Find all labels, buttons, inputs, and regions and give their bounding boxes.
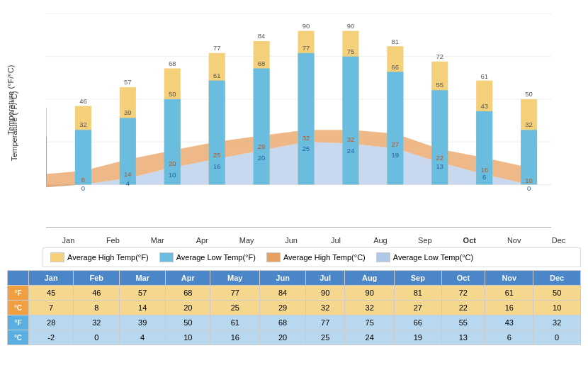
svg-text:0: 0 [527, 185, 531, 191]
svg-text:16: 16 [480, 167, 488, 174]
table-header-oct: Oct [441, 271, 485, 286]
cell-aug-highF: 90 [345, 286, 395, 301]
bar-dec-lowF [521, 130, 537, 184]
cell-feb-highC: 8 [74, 301, 120, 315]
bar-oct-lowF [431, 90, 448, 184]
svg-text:20: 20 [169, 160, 176, 167]
cell-mar-lowC: 4 [120, 330, 166, 345]
table-header-feb: Feb [74, 271, 120, 286]
legend-item-lowC: Average Low Temp(°C) [376, 252, 473, 262]
x-label-sep: Sep [402, 236, 447, 245]
table-header-nov: Nov [485, 271, 533, 286]
svg-text:10: 10 [525, 178, 533, 184]
bar-jan-lowF [46, 137, 47, 184]
svg-text:22: 22 [436, 155, 444, 162]
x-label-apr: Apr [180, 236, 225, 245]
legend-color-lowF [159, 252, 174, 262]
legend-item-highF: Average High Temp(°F) [50, 252, 149, 262]
svg-text:77: 77 [213, 45, 221, 52]
svg-wrapper: 45 46 57 68 77 84 90 90 81 72 61 50 28 3… [46, 7, 581, 245]
cell-oct-highC: 22 [441, 301, 485, 315]
bar-jun-lowF [254, 69, 270, 185]
x-label-nov: Nov [492, 236, 536, 245]
svg-text:19: 19 [392, 152, 400, 158]
cell-may-highF: 77 [210, 286, 260, 301]
table-header-jun: Jun [260, 271, 306, 286]
svg-text:50: 50 [169, 91, 176, 98]
x-label-feb: Feb [91, 236, 135, 245]
legend-label-lowC: Average Low Temp(°C) [393, 253, 473, 262]
svg-text:13: 13 [436, 163, 444, 169]
table-header-sep: Sep [395, 271, 442, 286]
x-label-may: May [225, 236, 269, 245]
cell-jul-highC: 32 [306, 301, 345, 315]
cell-sep-highF: 81 [395, 286, 442, 301]
x-label-jun: Jun [269, 236, 314, 245]
cell-may-lowC: 16 [210, 330, 260, 345]
cell-nov-lowF: 43 [485, 315, 533, 330]
cell-dec-highC: 10 [533, 301, 581, 315]
cell-sep-lowC: 19 [395, 330, 442, 345]
cell-jul-highF: 90 [306, 286, 345, 301]
cell-may-lowF: 61 [210, 315, 260, 330]
row-unit-highF: °F [8, 286, 29, 301]
chart-wrapper: Temperature (°F/°C) [7, 7, 581, 245]
cell-mar-highF: 57 [120, 286, 166, 301]
svg-text:32: 32 [79, 122, 87, 128]
cell-feb-lowF: 32 [74, 315, 120, 330]
svg-text:8: 8 [81, 177, 85, 183]
table-header-dec: Dec [533, 271, 581, 286]
cell-sep-highC: 27 [395, 301, 442, 315]
svg-text:50: 50 [525, 91, 533, 98]
svg-text:29: 29 [258, 143, 266, 150]
table-row-lowC: °C -2 0 4 10 16 20 25 24 19 13 6 0 [8, 330, 581, 345]
svg-text:46: 46 [79, 98, 87, 104]
legend-color-lowC [376, 252, 390, 262]
svg-text:20: 20 [258, 155, 266, 161]
cell-nov-highF: 61 [485, 286, 533, 301]
svg-text:0: 0 [81, 185, 85, 191]
svg-text:61: 61 [480, 73, 488, 79]
x-label-aug: Aug [358, 236, 402, 245]
cell-aug-highC: 32 [345, 301, 395, 315]
cell-jun-highC: 29 [260, 301, 306, 315]
svg-text:6: 6 [482, 174, 486, 180]
cell-nov-lowC: 6 [485, 330, 533, 345]
cell-feb-lowC: 0 [74, 330, 120, 345]
svg-text:81: 81 [392, 38, 400, 45]
cell-aug-lowF: 75 [345, 315, 395, 330]
svg-text:24: 24 [347, 148, 355, 155]
cell-jan-highC: 7 [29, 301, 74, 315]
cell-apr-highC: 20 [166, 301, 210, 315]
chart-svg: 45 46 57 68 77 84 90 90 81 72 61 50 28 3… [46, 7, 581, 234]
svg-text:32: 32 [303, 135, 310, 142]
svg-text:10: 10 [169, 172, 176, 178]
legend-label-lowF: Average Low Temp(°F) [176, 253, 256, 262]
svg-text:43: 43 [480, 103, 488, 110]
x-labels: Jan Feb Mar Apr May Jun Jul Aug Sep Oct … [46, 236, 581, 245]
legend: Average High Temp(°F) Average Low Temp(°… [43, 247, 581, 267]
x-label-jul: Jul [314, 236, 358, 245]
svg-text:75: 75 [347, 48, 355, 55]
x-label-jan: Jan [46, 236, 91, 245]
cell-may-highC: 25 [210, 301, 260, 315]
cell-jan-lowF: 28 [29, 315, 74, 330]
bar-jul-lowF [298, 53, 314, 185]
cell-jan-lowC: -2 [29, 330, 74, 345]
table-header-aug: Aug [345, 271, 395, 286]
svg-text:32: 32 [347, 137, 355, 143]
svg-text:68: 68 [258, 60, 266, 67]
svg-text:61: 61 [213, 72, 221, 79]
cell-mar-lowF: 39 [120, 315, 166, 330]
table-row-highC: °C 7 8 14 20 25 29 32 32 27 22 16 10 [8, 301, 581, 315]
svg-text:90: 90 [347, 23, 355, 30]
table-row-highF: °F 45 46 57 68 77 84 90 90 81 72 61 50 [8, 286, 581, 301]
cell-dec-highF: 50 [533, 286, 581, 301]
svg-text:57: 57 [124, 79, 132, 86]
cell-apr-lowC: 10 [166, 330, 210, 345]
svg-text:32: 32 [525, 122, 533, 128]
table-header-jan: Jan [29, 271, 74, 286]
chart-container: Temperature (°F/°C) [0, 0, 588, 352]
cell-sep-lowF: 66 [395, 315, 442, 330]
row-unit-highC: °C [8, 301, 29, 315]
